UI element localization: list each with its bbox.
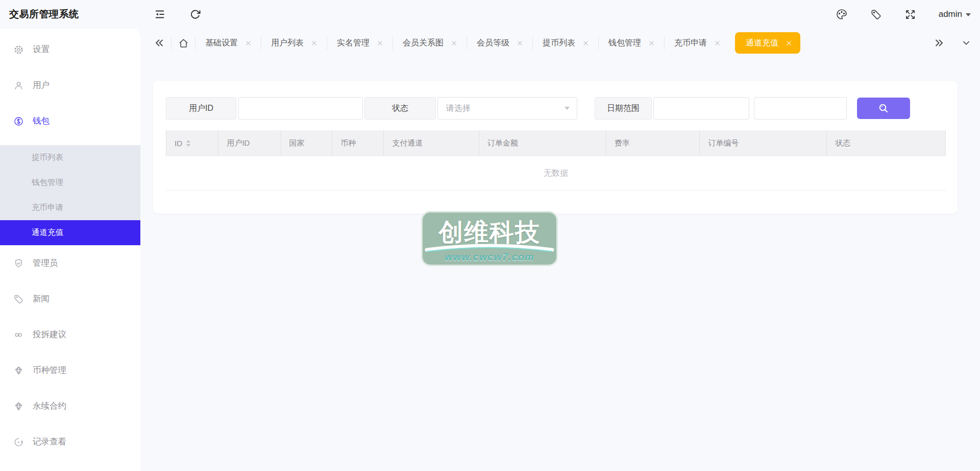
column-label: 币种 xyxy=(340,138,356,148)
date-range-label: 日期范围 xyxy=(595,97,652,120)
watermark-url: www.cwcw7.com xyxy=(423,251,556,263)
app-title: 交易所管理系统 xyxy=(0,8,140,21)
close-icon[interactable] xyxy=(786,40,792,46)
close-icon[interactable] xyxy=(311,40,317,46)
tab-label: 实名管理 xyxy=(337,38,370,49)
sidebar-item-label: 管理员 xyxy=(33,257,58,269)
column-header-fee-rate: 费率 xyxy=(606,130,699,156)
tab-label: 充币申请 xyxy=(674,38,707,49)
close-icon[interactable] xyxy=(377,40,383,46)
status-select[interactable]: 请选择 xyxy=(437,97,577,120)
tab-wallet-management[interactable]: 钱包管理 xyxy=(599,29,664,57)
sidebar: 设置 用户 钱包 提币列表 钱包管理 充币申请 通道充值 xyxy=(0,29,140,471)
topbar-right-actions: admin xyxy=(836,8,971,20)
tab-member-level[interactable]: 会员等级 xyxy=(467,29,532,57)
record-icon xyxy=(13,437,24,448)
shield-check-icon xyxy=(13,258,24,269)
column-header-status: 状态 xyxy=(826,130,946,156)
search-button[interactable] xyxy=(857,98,910,119)
sidebar-item-label: 钱包 xyxy=(33,115,50,127)
tab-channel-recharge[interactable]: 通道充值 xyxy=(735,32,800,54)
column-header-user-id: 用户ID xyxy=(218,130,280,156)
tab-withdraw-list[interactable]: 提币列表 xyxy=(533,29,598,57)
sidebar-item-label: 用户 xyxy=(33,80,50,91)
column-label: 国家 xyxy=(289,138,305,148)
gem-icon xyxy=(13,401,24,412)
column-header-order-amount: 订单金额 xyxy=(479,130,606,156)
tab-label: 基础设置 xyxy=(205,38,238,49)
refresh-icon[interactable] xyxy=(189,9,201,20)
home-tab-icon[interactable] xyxy=(172,37,195,49)
tabbar: 基础设置 用户列表 实名管理 会员关系图 会员等级 提币列表 钱包管理 充币申请… xyxy=(140,29,980,57)
data-table: ID 用户ID 国家 币种 支付通道 订单金额 费率 订单编号 状态 无数据 xyxy=(166,130,946,191)
close-icon[interactable] xyxy=(583,40,589,46)
column-header-id: ID xyxy=(166,130,218,156)
tabs-scroll-left-icon[interactable] xyxy=(148,37,171,49)
column-header-country: 国家 xyxy=(281,130,332,156)
column-label: 支付通道 xyxy=(392,138,423,148)
column-header-payment-channel: 支付通道 xyxy=(383,130,478,156)
sidebar-item-coin-management[interactable]: 币种管理 xyxy=(0,352,140,388)
chevron-down-icon xyxy=(565,107,570,110)
tab-member-graph[interactable]: 会员关系图 xyxy=(393,29,467,57)
date-start-input[interactable] xyxy=(653,97,749,120)
tab-label: 通道充值 xyxy=(746,38,778,49)
sidebar-item-label: 设置 xyxy=(33,44,50,55)
close-icon[interactable] xyxy=(715,40,720,46)
sidebar-subitem-deposit-request[interactable]: 充币申请 xyxy=(0,195,140,220)
column-header-currency: 币种 xyxy=(332,130,383,156)
tab-label: 钱包管理 xyxy=(608,38,641,49)
column-label: 订单金额 xyxy=(487,138,518,148)
vendor-watermark: 创维科技 www.cwcw7.com xyxy=(421,211,558,266)
tab-deposit-request[interactable]: 充币申请 xyxy=(665,29,730,57)
status-label: 状态 xyxy=(364,97,436,120)
sidebar-item-feedback[interactable]: 投拆建议 xyxy=(0,317,140,352)
topbar-left-actions xyxy=(154,8,201,20)
username: admin xyxy=(939,9,962,19)
sidebar-item-admin[interactable]: 管理员 xyxy=(0,245,140,281)
user-icon xyxy=(13,80,24,91)
sidebar-item-label: 新闻 xyxy=(33,293,50,304)
sidebar-item-settings[interactable]: 设置 xyxy=(0,32,140,67)
table-header-row: ID 用户ID 国家 币种 支付通道 订单金额 费率 订单编号 状态 xyxy=(166,130,946,156)
gem-icon xyxy=(13,365,24,376)
date-end-input[interactable] xyxy=(754,97,847,120)
sidebar-item-users[interactable]: 用户 xyxy=(0,67,140,103)
sidebar-item-wallet[interactable]: 钱包 xyxy=(0,103,140,139)
tab-label: 用户列表 xyxy=(271,38,304,49)
column-label: 状态 xyxy=(835,138,850,148)
gear-icon xyxy=(13,44,24,55)
sidebar-subitem-withdraw-list[interactable]: 提币列表 xyxy=(0,145,140,170)
close-icon[interactable] xyxy=(451,40,457,46)
column-label: 订单编号 xyxy=(708,138,739,148)
sidebar-item-news[interactable]: 新闻 xyxy=(0,281,140,317)
close-icon[interactable] xyxy=(649,40,654,46)
tabs-menu-chevron-down-icon[interactable] xyxy=(961,37,972,49)
user-id-input[interactable] xyxy=(238,97,363,120)
sidebar-item-records[interactable]: 记录查看 xyxy=(0,424,140,460)
tab-realname[interactable]: 实名管理 xyxy=(327,29,393,57)
user-menu[interactable]: admin xyxy=(939,9,971,19)
sidebar-item-perpetual-contract[interactable]: 永续合约 xyxy=(0,388,140,424)
sidebar-subitem-wallet-management[interactable]: 钱包管理 xyxy=(0,170,140,195)
column-header-order-number: 订单编号 xyxy=(699,130,826,156)
sidebar-subitem-label: 钱包管理 xyxy=(32,177,63,188)
theme-palette-icon[interactable] xyxy=(836,8,848,20)
close-icon[interactable] xyxy=(246,40,251,46)
wallet-dollar-icon xyxy=(13,116,24,127)
sidebar-item-label: 记录查看 xyxy=(33,436,66,448)
close-icon[interactable] xyxy=(517,40,523,46)
sort-icon[interactable] xyxy=(186,140,190,147)
filter-bar: 用户ID 状态 请选择 日期范围 xyxy=(166,97,910,120)
tab-basic-settings[interactable]: 基础设置 xyxy=(195,29,261,57)
tab-label: 会员关系图 xyxy=(403,38,444,49)
sidebar-item-label: 币种管理 xyxy=(33,365,66,376)
sidebar-subitem-channel-recharge[interactable]: 通道充值 xyxy=(0,220,140,245)
tabs-scroll-right-icon[interactable] xyxy=(933,37,945,49)
fullscreen-icon[interactable] xyxy=(904,9,916,20)
tag-icon[interactable] xyxy=(870,9,882,20)
collapse-sidebar-icon[interactable] xyxy=(154,8,166,20)
tab-user-list[interactable]: 用户列表 xyxy=(261,29,327,57)
caret-down-icon xyxy=(966,13,971,16)
sidebar-subitem-label: 通道充值 xyxy=(32,227,63,238)
